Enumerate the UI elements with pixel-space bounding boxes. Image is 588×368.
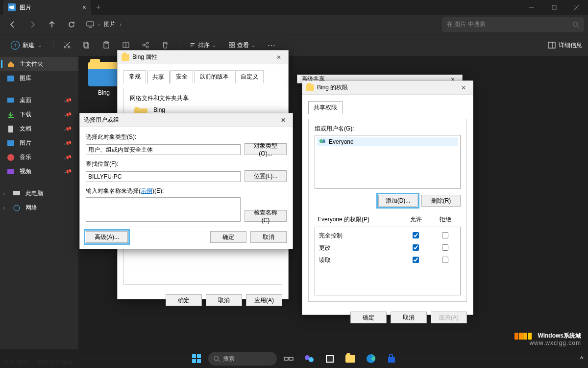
- new-tab-button[interactable]: +: [91, 3, 105, 12]
- enter-name-label: 输入对象名称来选择(示例)(E):输入对象名称来选择(示例)(E):: [86, 187, 287, 195]
- chevron-down-icon: ⌄: [37, 42, 42, 49]
- maximize-button[interactable]: [543, 0, 565, 15]
- list-item-everyone[interactable]: Everyone: [317, 137, 458, 146]
- permissions-ok-button[interactable]: 确定: [350, 312, 387, 323]
- svg-point-9: [68, 46, 70, 48]
- watermark-line2: www.wxclgg.com: [514, 340, 581, 347]
- locations-button[interactable]: 位置(L)...: [245, 170, 287, 182]
- object-name-input[interactable]: [86, 197, 241, 222]
- plus-icon: +: [11, 41, 20, 50]
- taskbar-app-explorer[interactable]: [342, 351, 359, 366]
- svg-point-32: [14, 205, 20, 211]
- tab-share-permissions[interactable]: 共享权限: [308, 101, 343, 114]
- properties-apply-button[interactable]: 应用(A): [246, 294, 282, 306]
- remove-button[interactable]: 删除(R): [421, 195, 461, 207]
- taskbar-app-edge[interactable]: [362, 351, 380, 366]
- tab-general[interactable]: 常规: [123, 70, 146, 83]
- start-button[interactable]: [188, 351, 205, 366]
- close-icon[interactable]: ✕: [278, 116, 289, 125]
- home-icon: [7, 60, 15, 68]
- example-link[interactable]: 示例: [141, 187, 152, 194]
- pin-icon: 📌: [64, 96, 73, 105]
- window-tab[interactable]: 图片 ×: [3, 0, 91, 15]
- deny-modify-checkbox[interactable]: [442, 244, 448, 251]
- task-view-button[interactable]: [280, 351, 297, 366]
- cut-button[interactable]: [59, 37, 75, 53]
- select-ok-button[interactable]: 确定: [210, 231, 246, 243]
- up-button[interactable]: [43, 17, 61, 32]
- allow-read-checkbox[interactable]: [413, 257, 419, 263]
- permissions-cancel-button[interactable]: 取消: [391, 312, 427, 323]
- back-button[interactable]: [4, 17, 22, 32]
- sidebar-item-gallery[interactable]: 图库: [0, 71, 78, 85]
- chevron-down-icon: ⌄: [212, 42, 217, 49]
- taskbar-app-windowed[interactable]: [321, 351, 339, 366]
- sidebar-item-documents[interactable]: 文档📌: [0, 122, 78, 136]
- object-type-field: [86, 144, 241, 155]
- tab-previous-versions[interactable]: 以前的版本: [194, 70, 234, 83]
- svg-rect-33: [192, 354, 196, 358]
- allow-full-control-checkbox[interactable]: [413, 232, 419, 238]
- copy-button[interactable]: [79, 37, 95, 53]
- tab-sharing[interactable]: 共享: [147, 71, 170, 84]
- close-button[interactable]: [565, 0, 588, 15]
- permissions-apply-button[interactable]: 应用(A): [431, 312, 467, 323]
- watermark-logo: [514, 333, 532, 340]
- svg-point-37: [214, 356, 219, 361]
- search-box[interactable]: 在 图片 中搜索: [442, 17, 584, 32]
- svg-point-18: [147, 46, 148, 48]
- location-field: [86, 171, 241, 182]
- documents-icon: [7, 125, 15, 133]
- select-dialog-titlebar[interactable]: 选择用户或组 ✕: [80, 113, 293, 127]
- sidebar-item-videos[interactable]: 视频📌: [0, 164, 78, 179]
- search-placeholder: 在 图片 中搜索: [447, 20, 572, 28]
- svg-point-6: [573, 22, 578, 26]
- allow-modify-checkbox[interactable]: [413, 244, 419, 251]
- tab-close-icon[interactable]: ×: [82, 3, 86, 11]
- taskbar-app-chat[interactable]: [300, 351, 318, 366]
- properties-cancel-button[interactable]: 取消: [206, 294, 242, 306]
- sidebar-item-pictures[interactable]: 图片📌: [0, 136, 78, 150]
- sidebar-item-network[interactable]: ›网络: [0, 201, 78, 215]
- sidebar-item-home[interactable]: 主文件夹: [0, 57, 78, 71]
- address-bar[interactable]: › 图片 ›: [82, 20, 125, 28]
- tab-security[interactable]: 安全: [171, 70, 193, 83]
- tab-custom[interactable]: 自定义: [235, 70, 264, 83]
- properties-titlebar[interactable]: Bing 属性 ✕: [118, 51, 288, 64]
- permissions-titlebar[interactable]: Bing 的权限 ✕: [302, 81, 473, 95]
- svg-rect-4: [87, 22, 94, 26]
- deny-read-checkbox[interactable]: [442, 257, 448, 263]
- details-pane-button[interactable]: 详细信息: [548, 41, 582, 50]
- select-cancel-button[interactable]: 取消: [250, 231, 287, 243]
- watermark: Windows系统城 www.wxclgg.com: [514, 332, 581, 347]
- pin-icon: 📌: [64, 139, 73, 148]
- forward-button[interactable]: [24, 17, 41, 32]
- close-icon[interactable]: ✕: [273, 53, 284, 62]
- sidebar-item-desktop[interactable]: 桌面📌: [0, 93, 78, 107]
- group-user-label: 组或用户名(G):: [315, 125, 461, 133]
- close-icon[interactable]: ✕: [458, 83, 469, 92]
- svg-rect-25: [7, 76, 14, 81]
- deny-header: 拒绝: [431, 213, 460, 226]
- svg-point-16: [143, 44, 145, 46]
- minimize-button[interactable]: [520, 0, 543, 15]
- paste-button[interactable]: [98, 37, 114, 53]
- svg-point-8: [64, 46, 66, 48]
- sidebar-item-thispc[interactable]: ›此电脑: [0, 186, 78, 201]
- new-button[interactable]: + 新建 ⌄: [6, 38, 47, 53]
- advanced-button[interactable]: 高级(A)...: [86, 231, 128, 243]
- taskbar-app-store[interactable]: [383, 351, 400, 366]
- taskbar-search[interactable]: 搜索: [208, 352, 277, 366]
- add-button[interactable]: 添加(D)...: [378, 195, 417, 207]
- group-user-list[interactable]: Everyone: [315, 135, 461, 189]
- breadcrumb-item[interactable]: 图片: [104, 20, 116, 28]
- sidebar-item-downloads[interactable]: 下载📌: [0, 107, 78, 122]
- properties-ok-button[interactable]: 确定: [166, 294, 202, 306]
- tray-chevron-icon[interactable]: ^: [580, 355, 583, 362]
- refresh-button[interactable]: [63, 17, 80, 32]
- deny-full-control-checkbox[interactable]: [442, 232, 448, 238]
- sidebar-item-music[interactable]: 音乐📌: [0, 150, 78, 164]
- svg-line-38: [218, 360, 220, 362]
- check-names-button[interactable]: 检查名称(C): [245, 210, 287, 222]
- object-types-button[interactable]: 对象类型(O)...: [245, 143, 287, 155]
